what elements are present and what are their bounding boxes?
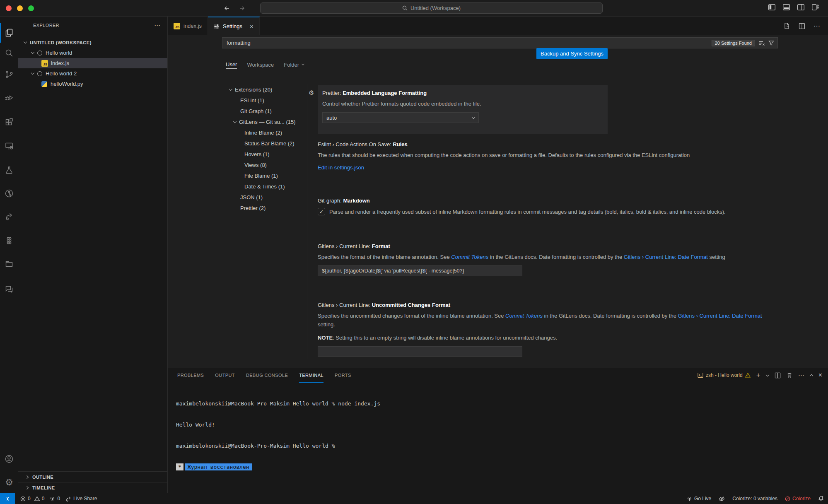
search-icon <box>402 5 408 11</box>
scope-tab-user[interactable]: User <box>226 61 237 69</box>
back-arrow-icon[interactable] <box>224 5 230 12</box>
panel-tab-problems[interactable]: PROBLEMS <box>177 368 204 383</box>
setting-row-prettier-embedded[interactable]: Prettier: Embedded Language Formatting C… <box>318 85 608 134</box>
scope-tab-workspace[interactable]: Workspace <box>247 62 274 69</box>
source-control-icon[interactable] <box>0 65 18 84</box>
toggle-blame-button[interactable] <box>719 496 725 502</box>
toggle-primary-sidebar-icon[interactable] <box>768 4 775 10</box>
notifications-bell-icon[interactable] <box>818 496 824 502</box>
kill-terminal-icon[interactable] <box>787 372 792 379</box>
panel-tab-output[interactable]: OUTPUT <box>215 368 235 383</box>
toc-item-inline-blame[interactable]: Inline Blame (2) <box>225 127 307 138</box>
setting-row-gitgraph-markdown[interactable]: Git-graph: Markdown ✓ Parse and render a… <box>318 198 773 216</box>
timeline-section[interactable]: TIMELINE <box>18 482 167 493</box>
radio-tower-icon <box>50 496 55 502</box>
editor-more-actions-icon[interactable]: ⋯ <box>814 22 821 30</box>
setting-title: Gitlens › Current Line: Uncommitted Chan… <box>318 302 773 308</box>
terminal-dropdown-icon[interactable] <box>765 373 769 376</box>
project-manager-icon[interactable] <box>0 254 18 274</box>
forward-arrow-icon[interactable] <box>239 5 245 12</box>
explorer-icon[interactable] <box>0 23 18 43</box>
file-row-helloworldpy[interactable]: helloWorld.py <box>18 79 167 89</box>
figma-icon[interactable] <box>0 231 18 251</box>
folder-row-hello-world-2[interactable]: Hello world 2 <box>18 68 167 79</box>
close-tab-icon[interactable]: × <box>250 23 253 29</box>
outline-section[interactable]: OUTLINE <box>18 471 167 482</box>
ports-status[interactable]: 0 <box>50 496 60 502</box>
colorize-variables-status[interactable]: Colorize: 0 variables <box>732 496 777 502</box>
live-share-status[interactable]: Live Share <box>65 496 97 502</box>
panel-tab-ports[interactable]: PORTS <box>335 368 351 383</box>
go-live-button[interactable]: Go Live <box>687 496 711 502</box>
git-graph-icon[interactable] <box>0 183 18 203</box>
toc-item-prettier[interactable]: Prettier (2) <box>225 203 307 213</box>
command-center[interactable]: Untitled (Workspace) <box>260 2 603 14</box>
settings-gear-icon[interactable]: ⚙ <box>0 473 18 492</box>
terminal-instance-label[interactable]: zsh - Hello world <box>698 372 751 378</box>
customize-layout-icon[interactable] <box>812 4 819 10</box>
date-format-link[interactable]: Gitlens › Current Line: Date Format <box>624 254 708 260</box>
remote-explorer-icon[interactable] <box>0 136 18 156</box>
toggle-secondary-sidebar-icon[interactable] <box>797 4 804 10</box>
setting-gear-icon[interactable]: ⚙ <box>309 89 314 96</box>
colorize-button[interactable]: Colorize <box>785 496 811 502</box>
toc-item-date-times[interactable]: Date & Times (1) <box>225 181 307 192</box>
explorer-more-actions-icon[interactable]: ⋯ <box>152 20 163 31</box>
setting-row-gitlens-uncommitted[interactable]: Gitlens › Current Line: Uncommitted Chan… <box>318 302 773 357</box>
toc-divider <box>307 84 307 359</box>
problems-status[interactable]: 0 0 <box>20 496 44 502</box>
search-view-icon[interactable] <box>0 43 18 63</box>
terminal-output[interactable]: maximbelokonskii@MacBook-Pro-Maksim Hell… <box>176 386 380 504</box>
edit-in-settings-json-link[interactable]: Edit in settings.json <box>318 164 364 171</box>
minimize-window-button[interactable] <box>17 5 23 11</box>
live-share-icon[interactable] <box>0 206 18 226</box>
toc-item-json[interactable]: JSON (1) <box>225 192 307 203</box>
toc-item-hovers[interactable]: Hovers (1) <box>225 149 307 159</box>
maximize-panel-icon[interactable] <box>809 374 813 377</box>
tab-indexjs[interactable]: JS index.js <box>168 17 208 35</box>
run-debug-icon[interactable] <box>0 88 18 108</box>
toc-item-extensions[interactable]: Extensions (20) <box>225 84 307 95</box>
toggle-panel-icon[interactable] <box>783 4 790 10</box>
comments-icon[interactable] <box>0 279 18 299</box>
panel-tab-terminal[interactable]: TERMINAL <box>299 368 323 383</box>
tab-settings[interactable]: Settings × <box>208 17 260 35</box>
file-row-indexjs[interactable]: JS index.js <box>18 58 167 68</box>
gitlens-uncommitted-format-input[interactable] <box>318 346 522 357</box>
window-controls <box>6 5 34 11</box>
date-format-link[interactable]: Gitlens › Current Line: Date Format <box>678 313 762 319</box>
toc-item-file-blame[interactable]: File Blame (1) <box>225 170 307 181</box>
gitlens-format-input[interactable]: ${author, }${agoOrDate}${' via 'pullRequ… <box>318 265 522 276</box>
new-terminal-icon[interactable]: + <box>756 371 760 379</box>
split-terminal-icon[interactable] <box>775 372 781 379</box>
python-file-icon <box>41 81 47 87</box>
toc-item-git-graph[interactable]: Git Graph (1) <box>225 106 307 116</box>
setting-row-eslint-rules[interactable]: Eslint › Code Actions On Save: Rules The… <box>318 141 773 171</box>
folder-row-hello-world[interactable]: Hello world <box>18 48 167 58</box>
accounts-icon[interactable] <box>0 449 18 469</box>
setting-row-gitlens-format[interactable]: Gitlens › Current Line: Format Specifies… <box>318 243 773 276</box>
workspace-root-row[interactable]: UNTITLED (WORKSPACE) <box>18 37 167 48</box>
live-share-icon <box>65 496 71 502</box>
testing-icon[interactable] <box>0 160 18 180</box>
markdown-checkbox[interactable]: ✓ <box>318 208 325 215</box>
remote-indicator[interactable] <box>0 493 15 504</box>
zoom-window-button[interactable] <box>28 5 34 11</box>
toc-item-status-bar-blame[interactable]: Status Bar Blame (2) <box>225 138 307 149</box>
split-editor-icon[interactable] <box>799 23 805 29</box>
prettier-embedded-dropdown[interactable]: auto <box>322 112 479 123</box>
extensions-icon[interactable] <box>0 112 18 132</box>
open-settings-json-icon[interactable] <box>783 22 790 29</box>
scope-tab-folder[interactable]: Folder <box>284 62 304 69</box>
toc-item-gitlens[interactable]: GitLens — Git su... (15) <box>225 116 307 127</box>
close-window-button[interactable] <box>6 5 12 11</box>
setting-title: Prettier: Embedded Language Formatting <box>322 90 608 96</box>
commit-tokens-link[interactable]: Commit Tokens <box>451 254 488 260</box>
panel-more-actions-icon[interactable]: ⋯ <box>798 371 804 379</box>
explorer-title: EXPLORER <box>33 23 59 28</box>
toc-item-views[interactable]: Views (8) <box>225 159 307 170</box>
commit-tokens-link[interactable]: Commit Tokens <box>505 313 543 319</box>
toc-item-eslint[interactable]: ESLint (1) <box>225 95 307 106</box>
close-panel-icon[interactable]: × <box>818 371 822 379</box>
panel-tab-debug-console[interactable]: DEBUG CONSOLE <box>246 368 288 383</box>
